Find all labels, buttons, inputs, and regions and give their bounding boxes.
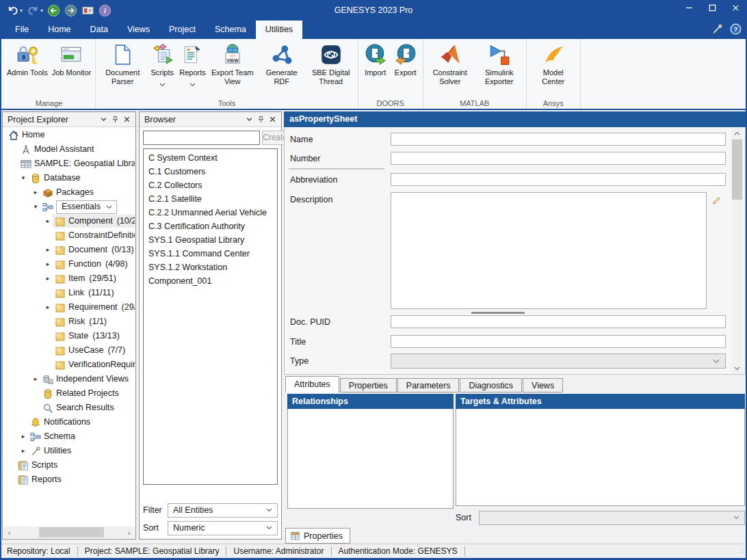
panel-close-button[interactable] [121,114,133,125]
scroll-left-icon[interactable]: ‹ [3,529,15,537]
tab-parameters[interactable]: Parameters [397,378,460,392]
essentials-combo[interactable]: Essentials [56,200,117,214]
tab-properties-bottom[interactable]: Properties [285,528,350,544]
scroll-right-icon[interactable]: › [123,529,135,537]
tree-item-database[interactable]: ▾Database [3,171,135,185]
expander-open-icon[interactable]: ▾ [18,171,28,185]
tree-item-requirement[interactable]: ▸Requirement(29/35 [3,300,135,315]
chevron-down-icon[interactable] [189,79,196,89]
tree-item-constraintdefinition[interactable]: ConstraintDefinition [3,228,135,243]
pin-button[interactable] [255,114,267,125]
type-select[interactable] [391,354,726,369]
ribbon-document-parser-button[interactable]: Document Parser [98,42,147,88]
targets-attributes-list[interactable] [456,409,745,506]
tree-item-utilities[interactable]: ▸Utilities [3,444,135,458]
browser-item[interactable]: Component_001 [144,274,277,288]
tree-item-risk[interactable]: Risk(1/1) [3,315,135,329]
ribbon-export-team-view-button[interactable]: </>VIEWExport Team View [208,42,257,88]
tree-item-scripts[interactable]: Scripts [3,458,135,472]
panel-close-button[interactable] [267,114,278,125]
chevron-down-icon[interactable] [159,79,166,89]
tree-item-verificationrequirem[interactable]: VerificationRequirem [3,358,135,372]
ribbon-admin-tools-button[interactable]: Admin Tools [5,42,50,79]
ribbon-simulink-exporter-button[interactable]: Simulink Exporter [475,42,524,88]
browser-item[interactable]: SYS.1.1 Command Center [144,247,277,261]
splitter-handle[interactable] [471,312,525,314]
abbreviation-field[interactable] [391,173,726,186]
browser-item[interactable]: C.3 Certification Authority [144,219,277,233]
browser-item[interactable]: C.2.2 Unmanned Aerial Vehicle [144,206,277,219]
browser-item[interactable]: SYS.1 Geospatial Library [144,233,277,247]
expander-closed-icon[interactable]: ▸ [43,214,53,228]
help-button[interactable]: ? [730,23,742,37]
browser-item[interactable]: C.1 Customers [144,165,277,178]
expander-closed-icon[interactable]: ▸ [43,271,53,286]
resize-grip[interactable]: .:: [737,548,745,555]
tab-diagnostics[interactable]: Diagnostics [460,378,522,392]
pin-button[interactable] [109,114,121,125]
ribbon-generate-rdf-button[interactable]: Generate RDF [257,42,306,88]
tab-schema[interactable]: Schema [205,21,256,39]
tree-item-independent-views[interactable]: ▸Independent Views [3,372,135,386]
ribbon-constraint-solver-button[interactable]: Constraint Solver [425,42,475,88]
relationships-list[interactable] [287,409,454,509]
scrollbar-thumb[interactable] [732,139,742,200]
tree-item-schema[interactable]: ▸Schema [3,429,135,444]
title-field[interactable] [391,335,726,348]
scroll-up-icon[interactable] [731,128,743,138]
expander-closed-icon[interactable]: ▸ [43,300,53,315]
filter-select[interactable]: All Entities [168,503,278,518]
tree-item-usecase[interactable]: UseCase(7/7) [3,343,135,358]
tree-item-function[interactable]: ▸Function(4/98) [3,257,135,271]
tree-item-component[interactable]: ▸Component(10/23) [3,214,135,228]
sort-select[interactable]: Numeric [168,521,278,535]
tree-item-sample-geospatial-library[interactable]: SAMPLE: Geospatial Library [3,157,135,171]
ribbon-import-button[interactable]: Import [361,42,391,79]
expander-closed-icon[interactable]: ▸ [18,444,28,458]
horizontal-scrollbar[interactable]: ‹ › [3,526,135,538]
tab-utilities[interactable]: Utilities [256,21,302,39]
browser-name-input[interactable] [143,131,260,145]
panel-menu-button[interactable] [244,114,255,125]
browser-item[interactable]: SYS.1.2 Workstation [144,261,277,274]
edit-pencil-icon[interactable] [711,196,722,208]
ribbon-scripts-button[interactable]: Scripts [147,42,177,90]
tree-item-related-projects[interactable]: Related Projects [3,386,135,401]
tree-item-reports[interactable]: Reports [3,472,135,487]
browser-item[interactable]: C.2 Collectors [144,178,277,192]
tree-item-notifications[interactable]: Notifications [3,415,135,429]
tree-item-item[interactable]: ▸Item(29/51) [3,271,135,286]
scrollbar-thumb[interactable] [39,527,104,537]
tab-project[interactable]: Project [159,21,205,39]
tab-home[interactable]: Home [38,21,80,39]
tab-properties[interactable]: Properties [340,378,397,392]
expander-closed-icon[interactable]: ▸ [31,185,40,200]
vertical-scrollbar[interactable] [731,128,743,373]
ribbon-model-center-button[interactable]: Model Center [529,42,578,88]
tree-item-essentials[interactable]: ▾Essentials [3,200,135,214]
expander-closed-icon[interactable]: ▸ [31,372,40,386]
close-button[interactable] [724,0,747,15]
tree-item-packages[interactable]: ▸Packages [3,185,135,200]
tree-item-search-results[interactable]: Search Results [3,401,135,415]
tab-file[interactable]: File [5,21,38,39]
ribbon-export-button[interactable]: Export [391,42,421,79]
tab-attributes[interactable]: Attributes [285,376,339,392]
scroll-down-icon[interactable] [731,363,743,373]
tree-item-model-assistant[interactable]: Model Assistant [3,142,135,157]
number-field[interactable] [391,152,726,165]
expander-closed-icon[interactable]: ▸ [18,429,28,444]
maximize-button[interactable] [700,0,724,15]
tree-item-state[interactable]: State(13/13) [3,329,135,343]
tab-data[interactable]: Data [81,21,118,39]
expander-open-icon[interactable]: ▾ [31,200,40,214]
doc-puid-field[interactable] [391,315,726,328]
ribbon-job-monitor-button[interactable]: Job Monitor [50,42,93,79]
description-field[interactable] [391,192,707,309]
browser-item[interactable]: C.2.1 Satellite [144,192,277,206]
tree-item-home[interactable]: Home [3,128,135,142]
ribbon-reports-button[interactable]: Reports [177,42,208,90]
name-field[interactable] [391,133,726,146]
panel-menu-button[interactable] [98,114,109,125]
expander-closed-icon[interactable]: ▸ [43,243,53,257]
